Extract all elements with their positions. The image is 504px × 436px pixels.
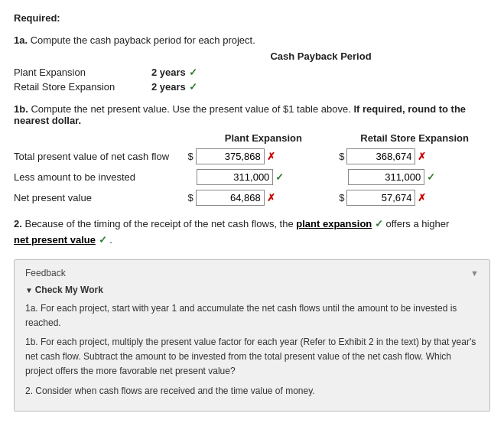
part2-link-text[interactable]: net present value xyxy=(14,234,96,246)
npv-row2-label: Net present value xyxy=(14,192,187,203)
npv-row-2: Net present value $ ✗ $ ✗ xyxy=(14,190,490,206)
part2-section: 2. Because of the timing of the receipt … xyxy=(14,216,490,249)
npv-row-0: Total present value of net cash flow $ ✗… xyxy=(14,148,490,164)
feedback-item-1: 1b. For each project, multiply the prese… xyxy=(25,335,479,379)
feedback-box: Feedback ▼ Check My Work 1a. For each pr… xyxy=(14,259,490,412)
npv-row2-plant-input[interactable] xyxy=(196,190,265,206)
part2-text-before: Because of the timing of the receipt of … xyxy=(24,218,293,229)
cpb-plant-check-icon: ✓ xyxy=(189,67,197,78)
npv-row0-label: Total present value of net cash flow xyxy=(14,151,187,162)
npv-plant-col-header: Plant Expansion xyxy=(187,132,339,144)
part2-link-check-icon: ✓ xyxy=(99,234,107,246)
feedback-item-0: 1a. For each project, start with year 1 … xyxy=(25,301,479,330)
part2-text-after: offers a higher xyxy=(386,218,450,229)
npv-row1-plant-check-icon: ✓ xyxy=(275,171,284,183)
npv-row1-plant-input[interactable] xyxy=(197,169,273,185)
npv-row1-retail-check-icon: ✓ xyxy=(427,171,435,183)
part2-end: . xyxy=(109,234,112,246)
npv-row1-retail-input[interactable] xyxy=(348,169,424,185)
part2-highlighted-check-icon: ✓ xyxy=(375,218,383,229)
part2-highlighted: plant expansion xyxy=(296,218,372,229)
part1b-description: Compute the net present value. Use the p… xyxy=(31,103,353,115)
npv-row0-plant-dollar: $ xyxy=(187,151,193,162)
cpb-retail-row: Retail Store Expansion 2 years ✓ xyxy=(14,81,490,93)
npv-row0-plant-cross-icon: ✗ xyxy=(267,151,275,162)
npv-row0-retail-dollar: $ xyxy=(339,151,344,162)
npv-row2-retail-dollar: $ xyxy=(339,192,344,203)
cpb-plant-row: Plant Expansion 2 years ✓ xyxy=(14,67,490,78)
npv-row0-plant-input[interactable] xyxy=(196,148,265,164)
cpb-plant-value: 2 years xyxy=(151,67,186,78)
npv-row0-retail-cross-icon: ✗ xyxy=(418,151,426,162)
feedback-arrow-icon[interactable]: ▼ xyxy=(470,268,479,278)
part2-label: 2. xyxy=(14,218,22,229)
npv-row2-plant-cross-icon: ✗ xyxy=(267,192,275,203)
npv-row0-retail-input[interactable] xyxy=(346,148,415,164)
cpb-table-title: Cash Payback Period xyxy=(14,50,490,62)
npv-row2-retail-input[interactable] xyxy=(346,190,415,206)
npv-row2-retail-cross-icon: ✗ xyxy=(418,192,426,203)
feedback-header: Feedback ▼ xyxy=(25,268,479,278)
cpb-retail-check-icon: ✓ xyxy=(189,81,197,93)
npv-header-row: Plant Expansion Retail Store Expansion xyxy=(14,132,490,144)
feedback-item-2: 2. Consider when cash flows are received… xyxy=(25,384,479,399)
npv-retail-col-header: Retail Store Expansion xyxy=(339,132,490,144)
part1b-label: 1b. xyxy=(14,103,28,115)
npv-row-1: Less amount to be invested ✓ ✓ xyxy=(14,169,490,185)
check-my-work-label: Check My Work xyxy=(25,285,479,295)
required-label: Required: xyxy=(14,12,490,24)
feedback-label: Feedback xyxy=(25,268,66,278)
npv-row1-label: Less amount to be invested xyxy=(14,171,187,183)
npv-row2-plant-dollar: $ xyxy=(187,192,193,203)
cpb-plant-label: Plant Expansion xyxy=(14,67,151,78)
part1a-label: 1a. xyxy=(14,34,28,46)
part1a-description: Compute the cash payback period for each… xyxy=(31,34,255,46)
cpb-retail-label: Retail Store Expansion xyxy=(14,81,151,93)
cpb-retail-value: 2 years xyxy=(151,81,186,93)
